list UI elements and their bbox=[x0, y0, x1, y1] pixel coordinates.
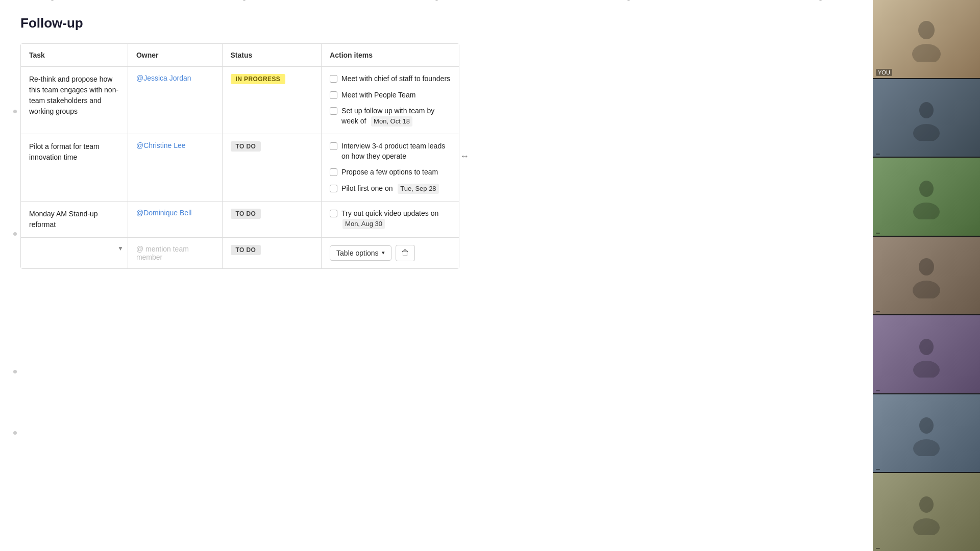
task-cell-new[interactable]: ▼ bbox=[21, 237, 128, 268]
action-checkbox[interactable] bbox=[330, 91, 337, 99]
task-text: Pilot a format for team innovation time bbox=[29, 141, 119, 163]
status-badge: IN PROGRESS bbox=[231, 74, 286, 84]
action-date: Tue, Sep 28 bbox=[398, 184, 438, 194]
action-items-list: Interview 3-4 product team leads on how … bbox=[330, 141, 451, 194]
status-cell-new[interactable]: TO DO bbox=[222, 237, 322, 268]
table-row-new: ▼ @ mention team member TO DO Table opti… bbox=[21, 237, 459, 268]
grid-dot bbox=[51, 0, 54, 1]
video-tile-4[interactable] bbox=[873, 237, 980, 316]
action-item: Meet with chief of staff to founders bbox=[330, 74, 451, 84]
video-tile-3[interactable] bbox=[873, 158, 980, 237]
status-badge: TO DO bbox=[231, 209, 261, 219]
owner-link[interactable]: @Jessica Jordan bbox=[136, 74, 191, 82]
action-checkbox[interactable] bbox=[330, 210, 337, 217]
status-cell[interactable]: IN PROGRESS bbox=[222, 67, 322, 134]
video-label-2 bbox=[876, 154, 880, 155]
svg-point-5 bbox=[913, 203, 940, 219]
video-tile-6[interactable] bbox=[873, 394, 980, 473]
table-row: Re-think and propose how this team engag… bbox=[21, 67, 459, 134]
grid-dot bbox=[627, 0, 630, 1]
status-cell[interactable]: TO DO bbox=[222, 201, 322, 237]
action-date: Mon, Aug 30 bbox=[342, 219, 385, 229]
action-text: Meet with chief of staff to founders bbox=[341, 74, 450, 84]
row-indicator-dot bbox=[13, 110, 17, 113]
video-tile-1[interactable]: YOU bbox=[873, 0, 980, 79]
status-badge: TO DO bbox=[231, 141, 261, 152]
svg-point-7 bbox=[913, 281, 940, 298]
main-content: Follow-up ↔ Task Owner Status bbox=[0, 0, 873, 551]
col-header-action: Action items bbox=[322, 44, 459, 67]
sidebar-videos: YOU bbox=[873, 0, 980, 551]
action-item: Set up follow up with team by week of Mo… bbox=[330, 106, 451, 127]
svg-point-2 bbox=[919, 102, 934, 118]
owner-cell[interactable]: @Dominique Bell bbox=[128, 201, 222, 237]
svg-point-3 bbox=[913, 124, 940, 141]
action-checkbox[interactable] bbox=[330, 75, 337, 83]
chevron-down-icon: ▼ bbox=[117, 245, 124, 252]
new-task-input[interactable] bbox=[29, 245, 119, 260]
svg-point-8 bbox=[919, 339, 934, 355]
action-text: Pilot first one on Tue, Sep 28 bbox=[341, 184, 439, 194]
task-cell[interactable]: Pilot a format for team innovation time bbox=[21, 134, 128, 201]
participant-silhouette bbox=[906, 16, 947, 62]
action-date: Mon, Oct 18 bbox=[371, 116, 412, 127]
owner-cell[interactable]: @Christine Lee bbox=[128, 134, 222, 201]
action-items-list: Meet with chief of staff to founders Mee… bbox=[330, 74, 451, 127]
svg-point-0 bbox=[918, 21, 935, 39]
table-options-button[interactable]: Table options ▾ bbox=[330, 245, 391, 261]
grid-dots bbox=[0, 0, 873, 1]
participant-silhouette bbox=[906, 253, 947, 298]
action-checkbox[interactable] bbox=[330, 107, 337, 115]
video-silhouette-1 bbox=[873, 0, 980, 78]
delete-row-button[interactable]: 🗑 bbox=[396, 245, 415, 261]
task-cell[interactable]: Monday AM Stand-up reformat bbox=[21, 201, 128, 237]
video-silhouette-2 bbox=[873, 79, 980, 157]
col-header-status: Status bbox=[222, 44, 322, 67]
grid-dot bbox=[435, 0, 438, 1]
video-tile-5[interactable] bbox=[873, 315, 980, 394]
table-options-bar: Table options ▾ 🗑 bbox=[330, 245, 451, 261]
video-silhouette-7 bbox=[873, 473, 980, 551]
video-silhouette-6 bbox=[873, 394, 980, 472]
video-tile-2[interactable] bbox=[873, 79, 980, 158]
action-items-list: Try out quick video updates on Mon, Aug … bbox=[330, 209, 451, 229]
action-text: Propose a few options to team bbox=[341, 167, 438, 178]
task-cell[interactable]: Re-think and propose how this team engag… bbox=[21, 67, 128, 134]
video-silhouette-3 bbox=[873, 158, 980, 236]
owner-link[interactable]: @Christine Lee bbox=[136, 141, 186, 149]
video-tile-7[interactable] bbox=[873, 473, 980, 551]
page-title: Follow-up bbox=[20, 15, 852, 31]
action-text: Interview 3-4 product team leads on how … bbox=[341, 141, 451, 161]
owner-cell[interactable]: @Jessica Jordan bbox=[128, 67, 222, 134]
action-checkbox[interactable] bbox=[330, 168, 337, 176]
action-cell: Interview 3-4 product team leads on how … bbox=[322, 134, 459, 201]
action-text: Try out quick video updates on Mon, Aug … bbox=[341, 209, 451, 229]
resize-handle[interactable]: ↔ bbox=[460, 151, 469, 161]
action-item: Try out quick video updates on Mon, Aug … bbox=[330, 209, 451, 229]
action-checkbox[interactable] bbox=[330, 185, 337, 192]
table-body: Re-think and propose how this team engag… bbox=[21, 67, 459, 268]
video-label-4 bbox=[876, 311, 880, 312]
svg-point-13 bbox=[913, 518, 940, 535]
task-text: Monday AM Stand-up reformat bbox=[29, 209, 119, 230]
participant-silhouette bbox=[906, 332, 947, 378]
video-label-5 bbox=[876, 390, 880, 391]
col-header-task: Task bbox=[21, 44, 128, 67]
svg-point-1 bbox=[912, 44, 941, 62]
action-item: Meet with People Team bbox=[330, 90, 451, 101]
action-checkbox[interactable] bbox=[330, 142, 337, 150]
table-wrapper: ↔ Task Owner Status Action items Re-th bbox=[20, 43, 459, 269]
participant-silhouette bbox=[906, 410, 947, 456]
status-badge: TO DO bbox=[231, 245, 261, 255]
table-container: ↔ Task Owner Status Action items Re-th bbox=[20, 43, 459, 269]
action-item: Interview 3-4 product team leads on how … bbox=[330, 141, 451, 161]
video-silhouette-5 bbox=[873, 315, 980, 393]
status-cell[interactable]: TO DO bbox=[222, 134, 322, 201]
owner-cell-new[interactable]: @ mention team member bbox=[128, 237, 222, 268]
svg-point-10 bbox=[919, 417, 934, 434]
participant-silhouette bbox=[906, 95, 947, 141]
header-row: Task Owner Status Action items bbox=[21, 44, 459, 67]
owner-link[interactable]: @Dominique Bell bbox=[136, 209, 191, 217]
row-indicator-dot bbox=[13, 370, 17, 373]
delete-icon: 🗑 bbox=[401, 248, 409, 257]
